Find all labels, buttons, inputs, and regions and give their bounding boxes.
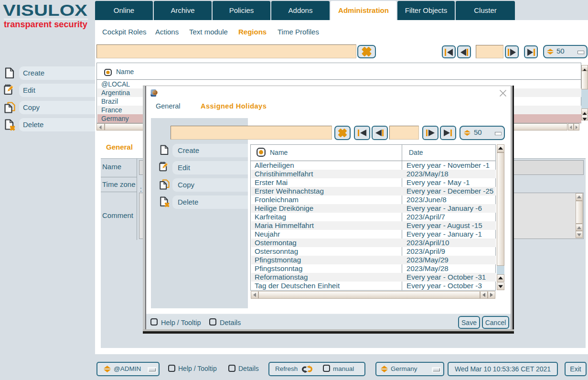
svg-text:VISULOX: VISULOX [3,1,88,19]
svg-text:transparent security: transparent security [4,19,87,29]
